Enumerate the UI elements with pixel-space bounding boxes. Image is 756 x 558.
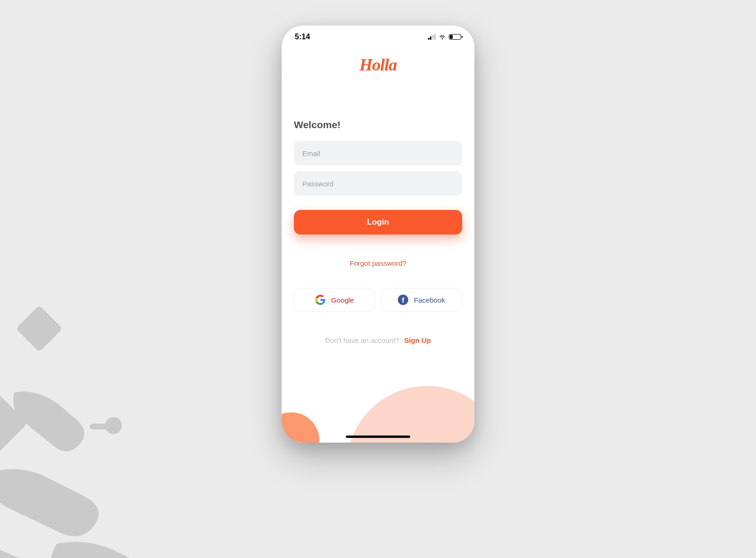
signup-link[interactable]: Sign Up [404,336,431,344]
email-field[interactable] [294,141,462,166]
page-title: Welcome! [294,119,462,131]
decor-blob-small [282,412,319,443]
signal-icon [428,34,436,40]
google-label: Google [331,296,354,304]
svg-point-2 [105,417,122,434]
wifi-icon [438,33,446,41]
google-login-button[interactable]: Google [294,288,375,312]
facebook-label: Facebook [414,296,445,304]
svg-rect-3 [90,424,113,429]
logo-text: Holla [359,55,396,74]
phone-frame: 5:14 Holla Welcome! Login Forgot passwor… [282,26,474,443]
facebook-icon: f [398,295,408,305]
signup-prompt: Don't have an account? [325,336,399,344]
status-bar: 5:14 [282,26,474,48]
battery-icon [449,34,461,40]
forgot-password-link[interactable]: Forgot password? [294,259,462,267]
facebook-login-button[interactable]: f Facebook [381,288,462,312]
svg-rect-0 [16,305,63,352]
decor-blob-large [347,386,474,443]
login-button[interactable]: Login [294,210,462,235]
status-time: 5:14 [295,33,310,41]
background-decoration [0,274,180,558]
signup-row: Don't have an account? Sign Up [294,336,462,344]
home-indicator [346,436,410,438]
social-login-row: Google f Facebook [294,288,462,312]
password-field[interactable] [294,171,462,196]
svg-rect-1 [0,393,28,453]
login-form: Welcome! Login Forgot password? Google f… [282,119,474,344]
google-icon [315,295,326,305]
app-logo: Holla [282,55,474,75]
status-icons [428,33,462,41]
